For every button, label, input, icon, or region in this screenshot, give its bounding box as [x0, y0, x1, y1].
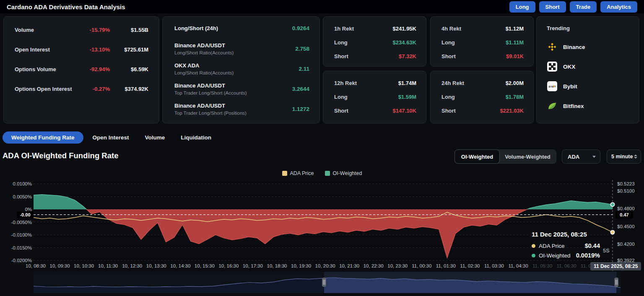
x-axis-label: 10, 12:30 [122, 263, 142, 268]
left-axis-current-badge: -0.00 [17, 211, 34, 219]
legend-label: OI-Weighted [333, 170, 362, 176]
rekt-long-value: $1.59M [398, 94, 416, 100]
rekt-cards-grid: 1h Rekt$241.95K Long$234.63K Short$7.32K… [323, 16, 533, 124]
stat-row-options-volume: Options Volume -92.94% $6.59K [15, 64, 148, 75]
stat-label: Open Interest [15, 46, 77, 53]
left-axis-label: -0.0100% [11, 232, 32, 237]
interval-select[interactable]: 5 minute [607, 149, 641, 164]
rekt-total: $241.95K [393, 26, 416, 32]
right-axis-label: $0.4500 [617, 224, 635, 229]
navigator-handle-right[interactable] [614, 278, 618, 287]
x-axis-label: 10, 17:30 [243, 263, 263, 268]
tab-weighted-funding-rate[interactable]: Weighted Funding Rate [3, 131, 83, 144]
interval-select-value: 5 minute [611, 154, 633, 160]
ratio-value: 0.9264 [292, 25, 309, 31]
stat-value: $374.92K [110, 86, 148, 92]
crosshair-date-badge: 11 Dec 2025, 08:25 [590, 262, 641, 270]
trending-item-binance[interactable]: Binance [547, 41, 631, 53]
trade-button[interactable]: Trade [570, 1, 597, 13]
exchange-name: Bitfinex [563, 103, 584, 109]
left-axis-label: 0.0100% [13, 181, 32, 186]
ratio-value: 1.1272 [292, 106, 309, 112]
x-axis-label: 10, 14:30 [170, 263, 190, 268]
x-axis-label: 10, 22:30 [364, 263, 384, 268]
x-axis-label: 10, 21:30 [339, 263, 359, 268]
exchange-name: Bybit [563, 83, 577, 90]
rekt-short-value: $9.01K [506, 53, 524, 59]
tab-liquidation[interactable]: Liquidation [181, 134, 211, 141]
long-short-ratios-card: Long/Short (24h) 0.9264 Binance ADA/USDT… [162, 16, 320, 124]
trending-item-bybit[interactable]: BYB T Bybit [547, 80, 631, 93]
rekt-long-label: Long [441, 94, 506, 100]
tooltip-label: ADA Price [539, 243, 565, 249]
ratio-subtitle: Top Trader Long/Short (Accounts) [174, 90, 292, 96]
x-axis-label: 10, 18:30 [267, 263, 287, 268]
chart-navigator[interactable] [0, 271, 644, 296]
rekt-long-label: Long [441, 39, 506, 46]
stat-value: $1.55B [110, 27, 148, 33]
exchange-name: Binance [563, 44, 585, 50]
stat-change: -13.10% [77, 46, 110, 53]
market-stats-card: Volume -15.79% $1.55B Open Interest -13.… [3, 16, 159, 124]
stat-label: Options Volume [15, 66, 77, 72]
coin-select[interactable]: ADA [562, 149, 600, 164]
rekt-total: $2.00M [506, 80, 524, 86]
toggle-oi-weighted[interactable]: OI-Weighted [454, 149, 500, 164]
left-axis-label: 0.0050% [13, 194, 32, 199]
long-button[interactable]: Long [509, 1, 535, 13]
legend-swatch-icon [325, 171, 330, 176]
rekt-long-value: $234.63K [393, 39, 416, 46]
ratio-title: Long/Short (24h) [174, 24, 292, 32]
ratio-subtitle: Long/Short Ratio(Accounts) [174, 69, 299, 76]
x-axis-label: 11, 00:30 [412, 263, 431, 268]
chart-tooltip: 11 Dec 2025, 08:25 ADA Price $0.44 OI-We… [532, 231, 600, 262]
rekt-short-label: Short [334, 108, 393, 114]
ratio-title: Binance ADA/USDT [174, 41, 295, 49]
header-actions: Long Short Trade Analytics [509, 1, 637, 13]
legend-item-oi-weighted[interactable]: OI-Weighted [325, 170, 362, 176]
analytics-button[interactable]: Analytics [600, 1, 637, 13]
ada-price-dot-icon [532, 244, 535, 248]
short-button[interactable]: Short [539, 1, 566, 13]
dashboard: Cardano ADA Derivatives Data Analysis Lo… [0, 0, 644, 296]
x-axis-label: 11, 03:30 [484, 263, 504, 268]
legend-swatch-icon [282, 171, 287, 176]
legend-item-ada-price[interactable]: ADA Price [282, 170, 314, 176]
binance-icon [547, 41, 558, 52]
trending-card: Trending Binance OKX [536, 16, 639, 124]
chart-tabs: Weighted Funding Rate Open Interest Volu… [3, 131, 211, 144]
tab-volume[interactable]: Volume [145, 134, 165, 141]
trending-item-okx[interactable]: OKX [547, 60, 631, 73]
rekt-card-12h: 12h Rekt$1.74M Long$1.59M Short$147.10K [323, 71, 426, 124]
trending-item-bitfinex[interactable]: Bitfinex [547, 100, 631, 112]
right-axis-label: $0.5223 [617, 181, 635, 186]
stat-change: -92.94% [77, 66, 110, 72]
chevron-down-icon [592, 156, 596, 158]
x-axis-label: 11, 04:30 [508, 263, 528, 268]
tooltip-row-price: ADA Price $0.44 [532, 242, 600, 249]
ratio-subtitle: Top Trader Long/Short (Positions) [174, 110, 292, 116]
x-axis-label: 10, 08:30 [26, 263, 46, 268]
ratio-row: OKX ADA Long/Short Ratio(Accounts) 2.11 [174, 62, 309, 76]
x-axis-label: 10, 20:30 [315, 263, 335, 268]
trending-title: Trending [547, 25, 631, 31]
ratio-title: Binance ADA/USDT [174, 102, 292, 110]
x-axis-label: 10, 15:30 [195, 263, 215, 268]
tab-open-interest[interactable]: Open Interest [93, 134, 129, 141]
ratio-title: OKX ADA [174, 62, 299, 69]
x-axis-label: 10, 11:30 [98, 263, 118, 268]
left-axis-label: -0.0150% [11, 245, 32, 250]
navigator-handle-left[interactable] [322, 278, 326, 287]
rekt-title: 4h Rekt [441, 26, 506, 32]
rekt-title: 12h Rekt [334, 80, 398, 86]
ratio-row: Binance ADA/USDT Top Trader Long/Short (… [174, 82, 309, 96]
x-axis-label: 11, 01:30 [436, 263, 456, 268]
tooltip-label: OI-Weighted [539, 252, 571, 259]
rekt-short-value: $7.32K [399, 53, 416, 59]
weighting-toggle: OI-Weighted Volume-Weighted [454, 149, 556, 164]
chart-title: ADA OI-Weighted Funding Rate [3, 151, 118, 160]
toggle-volume-weighted[interactable]: Volume-Weighted [499, 150, 556, 163]
oi-weighted-dot-icon [532, 254, 535, 257]
stat-value: $725.61M [110, 46, 148, 53]
rekt-title: 1h Rekt [334, 26, 393, 32]
